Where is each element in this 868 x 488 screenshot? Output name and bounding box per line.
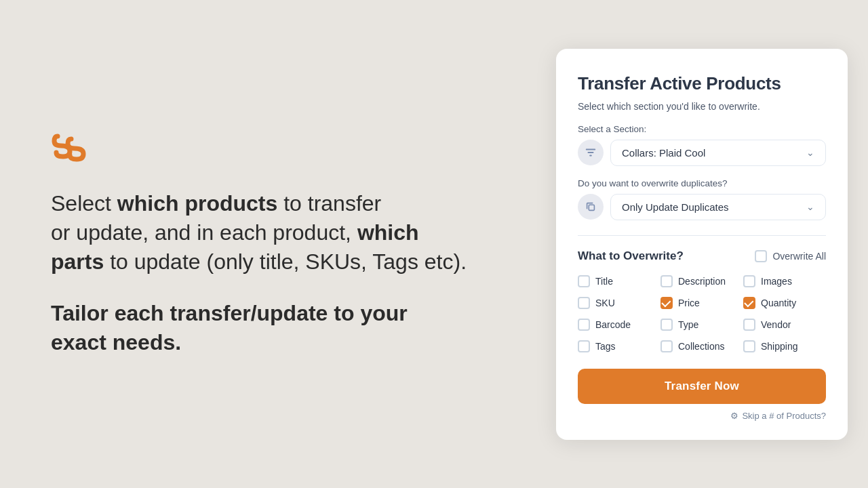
section-label: Select a Section:: [578, 124, 826, 134]
checkbox-tags[interactable]: [578, 340, 590, 352]
checkbox-grid: Title Description Images SKU Price Quant…: [578, 275, 826, 352]
checkbox-title[interactable]: [578, 275, 590, 287]
checkbox-sku[interactable]: [578, 297, 590, 309]
filter-icon: [585, 146, 597, 159]
logo: [51, 131, 515, 167]
overwrite-all-row[interactable]: Overwrite All: [755, 250, 826, 262]
transfer-now-button[interactable]: Transfer Now: [578, 369, 826, 404]
overwrite-header: What to Overwrite? Overwrite All: [578, 249, 826, 263]
filter-icon-wrapper: [578, 140, 604, 165]
overwrite-all-label: Overwrite All: [772, 251, 826, 262]
checkbox-barcode[interactable]: [578, 319, 590, 331]
divider: [578, 235, 826, 236]
checkbox-title-item[interactable]: Title: [578, 275, 660, 287]
checkbox-images-label: Images: [761, 276, 792, 287]
svg-rect-0: [589, 205, 594, 210]
checkbox-barcode-item[interactable]: Barcode: [578, 319, 660, 331]
checkbox-title-label: Title: [595, 276, 613, 287]
hero-text-block: Select which products to transfer or upd…: [51, 189, 515, 277]
panel-subtitle: Select which section you'd like to overw…: [578, 101, 826, 112]
checkbox-price-label: Price: [678, 298, 700, 308]
checkbox-images-item[interactable]: Images: [743, 275, 826, 287]
checkbox-quantity-label: Quantity: [761, 298, 796, 308]
checkbox-vendor-item[interactable]: Vendor: [743, 319, 826, 331]
checkbox-collections[interactable]: [660, 340, 673, 352]
sub-text-block: Tailor each transfer/update to your exac…: [51, 299, 515, 357]
duplicates-dropdown[interactable]: Only Update Duplicates ⌄: [610, 194, 826, 220]
checkbox-shipping[interactable]: [743, 340, 755, 352]
bold-which-products: which products: [117, 191, 277, 216]
section-dropdown-chevron: ⌄: [806, 147, 814, 158]
duplicates-dropdown-row: Only Update Duplicates ⌄: [578, 194, 826, 220]
skip-label: Skip a # of Products?: [742, 411, 826, 421]
section-dropdown-value: Collars: Plaid Cool: [622, 147, 705, 159]
checkbox-type-label: Type: [678, 319, 698, 330]
checkbox-vendor[interactable]: [743, 319, 755, 331]
panel-title: Transfer Active Products: [578, 73, 826, 94]
checkbox-type[interactable]: [660, 319, 673, 331]
checkbox-type-item[interactable]: Type: [660, 319, 743, 331]
right-panel: Transfer Active Products Select which se…: [556, 49, 848, 440]
checkbox-images[interactable]: [743, 275, 755, 287]
checkbox-sku-item[interactable]: SKU: [578, 297, 660, 309]
checkbox-tags-item[interactable]: Tags: [578, 340, 660, 352]
section-dropdown-row: Collars: Plaid Cool ⌄: [578, 140, 826, 166]
checkbox-shipping-label: Shipping: [761, 341, 798, 352]
checkbox-description-label: Description: [678, 276, 726, 287]
checkbox-price-item[interactable]: Price: [660, 297, 743, 309]
checkbox-sku-label: SKU: [595, 298, 615, 308]
left-panel: Select which products to transfer or upd…: [0, 90, 556, 398]
checkbox-barcode-label: Barcode: [595, 319, 631, 330]
checkbox-tags-label: Tags: [595, 341, 616, 352]
copy-icon: [585, 201, 597, 213]
duplicates-dropdown-value: Only Update Duplicates: [622, 201, 729, 213]
skip-link[interactable]: ⚙ Skip a # of Products?: [578, 411, 826, 421]
duplicates-label: Do you want to overwrite duplicates?: [578, 178, 826, 188]
checkbox-description-item[interactable]: Description: [660, 275, 743, 287]
checkbox-vendor-label: Vendor: [761, 319, 791, 330]
bold-parts: parts: [51, 249, 104, 274]
section-dropdown[interactable]: Collars: Plaid Cool ⌄: [610, 140, 826, 166]
settings-icon: ⚙: [730, 411, 738, 421]
checkbox-collections-label: Collections: [678, 341, 724, 352]
bold-which: which: [357, 220, 419, 245]
checkbox-collections-item[interactable]: Collections: [660, 340, 743, 352]
duplicates-dropdown-chevron: ⌄: [806, 201, 814, 212]
copy-icon-wrapper: [578, 194, 604, 220]
overwrite-title: What to Overwrite?: [578, 249, 684, 263]
checkbox-quantity-item[interactable]: Quantity: [743, 297, 826, 309]
overwrite-all-checkbox[interactable]: [755, 250, 767, 262]
checkbox-shipping-item[interactable]: Shipping: [743, 340, 826, 352]
checkbox-price[interactable]: [660, 297, 673, 309]
checkbox-quantity[interactable]: [743, 297, 755, 309]
checkbox-description[interactable]: [660, 275, 673, 287]
